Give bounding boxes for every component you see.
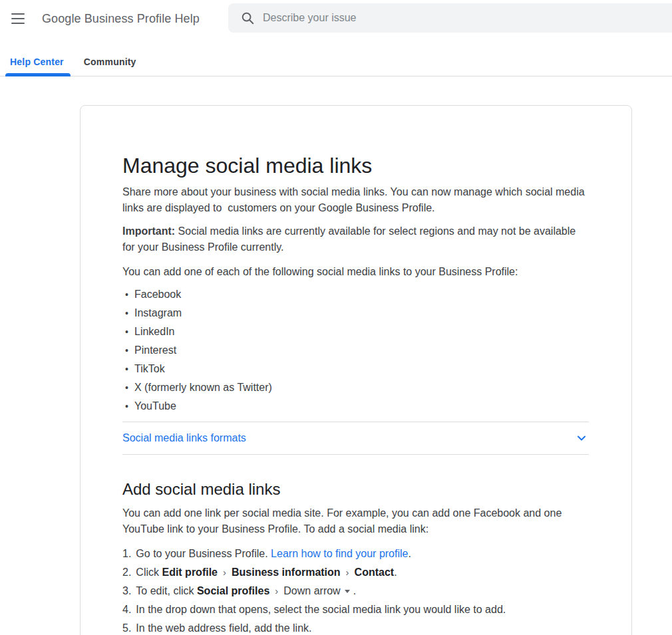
content-area: Manage social media links Share more abo…: [0, 105, 672, 635]
menu-path-social-profiles: Social profiles: [197, 585, 269, 596]
hamburger-icon: [11, 13, 25, 15]
article-title: Manage social media links: [122, 152, 589, 179]
article-card: Manage social media links Share more abo…: [80, 105, 632, 635]
menu-path-business-information: Business information: [232, 567, 341, 578]
important-note: Important: Social media links are curren…: [122, 223, 589, 255]
step-3: 3.To edit, click Social profiles›Down ar…: [122, 582, 589, 600]
lead-in-paragraph: You can add one of each of the following…: [122, 264, 589, 280]
step-number: 4.: [122, 604, 131, 615]
section-title-add-links: Add social media links: [122, 479, 589, 500]
menu-path-edit-profile: Edit profile: [162, 567, 218, 578]
platform-item-pinterest: Pinterest: [122, 342, 589, 358]
chevron-right-separator: ›: [269, 585, 283, 596]
find-profile-link[interactable]: Learn how to find your profile: [271, 548, 408, 559]
platform-list: Facebook Instagram LinkedIn Pinterest Ti…: [122, 287, 589, 414]
app-header: Google Business Profile Help: [0, 0, 672, 37]
chevron-right-separator: ›: [218, 567, 232, 578]
intro-paragraph: Share more about your business with soci…: [122, 184, 589, 216]
platform-item-facebook: Facebook: [122, 287, 589, 303]
step-5: 5.In the web address field, add the link…: [122, 619, 589, 635]
search-icon: [241, 11, 254, 25]
platform-item-instagram: Instagram: [122, 305, 589, 321]
steps-list: 1.Go to your Business Profile. Learn how…: [122, 545, 589, 635]
platform-item-linkedin: LinkedIn: [122, 324, 589, 340]
search-input[interactable]: [263, 3, 672, 33]
platform-item-youtube: YouTube: [122, 398, 589, 414]
step-number: 5.: [122, 622, 131, 634]
search-bar[interactable]: [228, 3, 672, 33]
step-number: 3.: [122, 585, 131, 596]
step-1: 1.Go to your Business Profile. Learn how…: [122, 545, 589, 563]
menu-button[interactable]: [11, 13, 25, 25]
app-title[interactable]: Google Business Profile Help: [42, 0, 200, 37]
expander-label: Social media links formats: [122, 430, 246, 446]
expander-social-formats[interactable]: Social media links formats: [122, 422, 589, 455]
tab-community[interactable]: Community: [84, 57, 136, 76]
platform-item-x-twitter: X (formerly known as Twitter): [122, 380, 589, 396]
down-arrow-icon: [345, 590, 350, 593]
step-number: 1.: [122, 548, 131, 559]
section-intro-paragraph: You can add one link per social media si…: [122, 505, 589, 537]
step-2: 2.Click Edit profile›Business informatio…: [122, 563, 589, 582]
active-tab-indicator: [5, 73, 71, 76]
platform-item-tiktok: TikTok: [122, 361, 589, 377]
step-4: 4.In the drop down that opens, select th…: [122, 600, 589, 619]
important-text: Social media links are currently availab…: [122, 225, 576, 253]
important-label: Important:: [122, 225, 175, 237]
tab-bar: Help Center Community: [0, 37, 672, 76]
step-number: 2.: [122, 567, 131, 578]
menu-path-contact: Contact: [355, 567, 395, 578]
chevron-right-separator: ›: [341, 567, 355, 578]
chevron-down-icon: [576, 432, 588, 444]
